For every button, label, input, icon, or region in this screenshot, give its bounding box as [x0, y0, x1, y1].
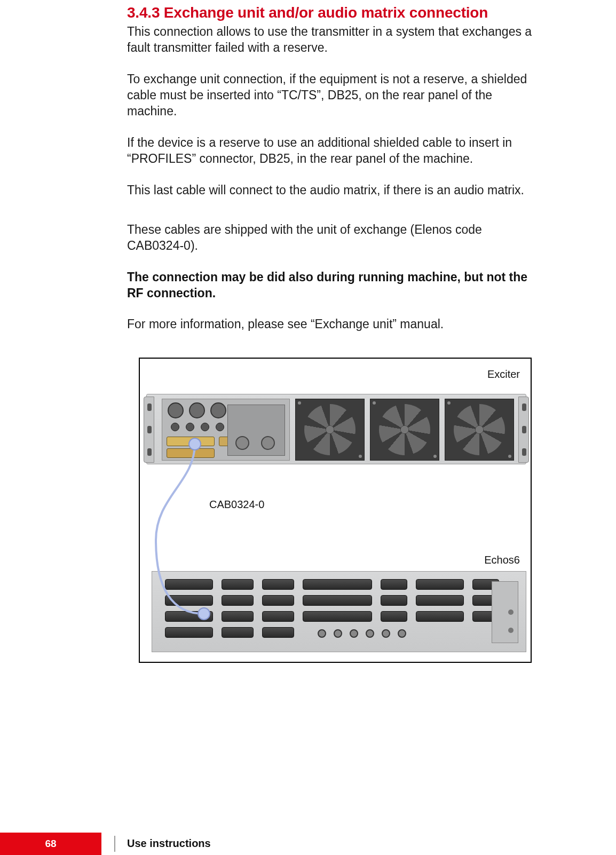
rf-connector-icon — [261, 436, 275, 450]
figure-label-cable: CAB0324-0 — [209, 498, 264, 511]
d-sub-connector-icon — [222, 627, 254, 638]
paragraph: These cables are shipped with the unit o… — [127, 221, 533, 254]
exciter-rear-panel — [146, 394, 526, 464]
manual-page: 3.4.3 Exchange unit and/or audio matrix … — [0, 0, 616, 855]
footer-divider — [114, 836, 115, 852]
figure-label-exciter: Exciter — [487, 368, 520, 381]
d-sub-connector-icon — [416, 611, 464, 622]
d-sub-connector-icon — [165, 579, 213, 590]
body-text: 3.4.3 Exchange unit and/or audio matrix … — [127, 4, 533, 332]
paragraph-bold: The connection may be did also during ru… — [127, 269, 533, 302]
bnc-connector-icon — [318, 629, 326, 638]
rf-connector-icon — [235, 436, 249, 450]
d-sub-connector-icon — [416, 595, 464, 606]
paragraph: If the device is a reserve to use an add… — [127, 134, 533, 167]
figure-label-echos6: Echos6 — [484, 554, 520, 566]
bnc-connector-icon — [350, 629, 358, 638]
fan-group — [295, 399, 514, 461]
d-sub-connector-icon — [303, 595, 372, 606]
led-indicator-icon — [508, 609, 514, 615]
d-sub-connector-icon — [222, 579, 254, 590]
d-sub-connector-icon — [416, 579, 464, 590]
paragraph: This connection allows to use the transm… — [127, 23, 533, 56]
round-connector-icon — [171, 423, 179, 431]
d-sub-connector-icon — [381, 611, 407, 622]
d-sub-connector-icon — [165, 611, 213, 622]
rack-ear — [518, 397, 529, 463]
d-sub-connector-icon — [222, 595, 254, 606]
xlr-connector-icon — [168, 402, 184, 418]
xlr-connector-icon — [189, 402, 205, 418]
echos6-rear-panel — [152, 571, 526, 652]
fan-icon — [295, 399, 365, 461]
fan-icon — [445, 399, 514, 461]
d-sub-connector-icon — [262, 579, 294, 590]
bnc-connector-icon — [366, 629, 374, 638]
d-sub-connector-icon — [222, 611, 254, 622]
connection-diagram: Exciter CAB0324-0 Echos6 — [139, 358, 532, 663]
aux-plate — [492, 581, 518, 643]
led-indicator-icon — [508, 628, 514, 633]
bnc-connector-icon — [382, 629, 390, 638]
d-sub-connector-icon — [262, 595, 294, 606]
db25-tcts-connector-icon — [167, 437, 215, 446]
d-sub-connector-icon — [381, 595, 407, 606]
d-sub-connector-icon — [165, 627, 213, 638]
d-sub-connector-icon — [381, 579, 407, 590]
bnc-connector-icon — [334, 629, 342, 638]
bnc-row — [318, 629, 406, 638]
section-heading: 3.4.3 Exchange unit and/or audio matrix … — [127, 4, 533, 21]
chapter-title: Use instructions — [127, 837, 211, 850]
d-sub-connector-icon — [262, 611, 294, 622]
d-sub-connector-icon — [262, 627, 294, 638]
d-sub-connector-icon — [303, 579, 372, 590]
page-footer: 68 Use instructions — [0, 833, 616, 855]
d-sub-connector-icon — [165, 595, 213, 606]
paragraph: This last cable will connect to the audi… — [127, 182, 533, 198]
xlr-connector-icon — [210, 402, 226, 418]
round-connector-icon — [186, 423, 194, 431]
paragraph: For more information, please see “Exchan… — [127, 316, 533, 332]
paragraph: To exchange unit connection, if the equi… — [127, 71, 533, 120]
fan-icon — [370, 399, 439, 461]
rack-ear — [144, 397, 154, 463]
db25-profiles-connector-icon — [167, 448, 215, 458]
round-connector-icon — [216, 423, 224, 431]
rf-block — [227, 405, 285, 456]
bnc-connector-icon — [398, 629, 406, 638]
round-connector-icon — [201, 423, 209, 431]
exciter-connector-block — [162, 399, 290, 461]
page-number: 68 — [0, 833, 101, 855]
d-sub-connector-icon — [303, 611, 372, 622]
